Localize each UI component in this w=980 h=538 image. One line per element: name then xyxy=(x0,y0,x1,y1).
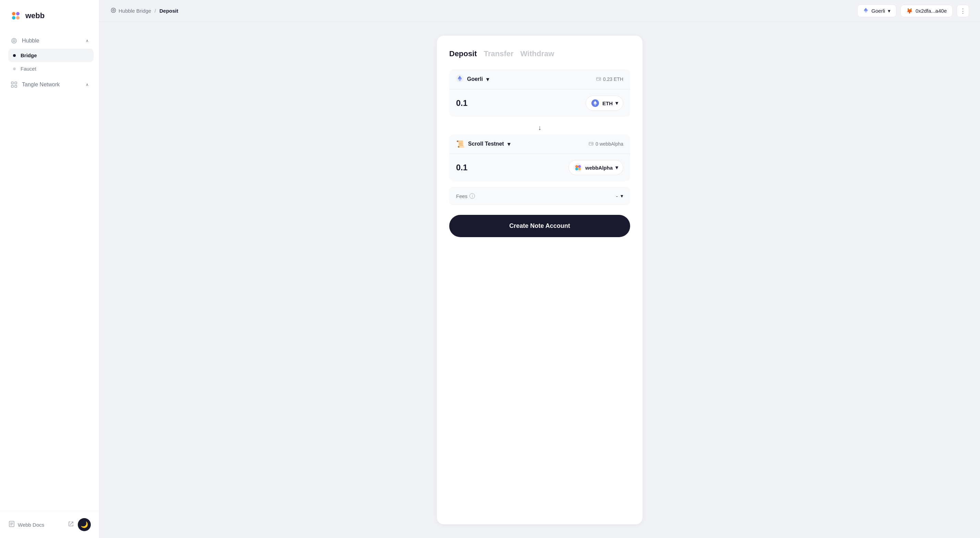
bridge-label: Bridge xyxy=(21,53,37,58)
sidebar-item-hubble[interactable]: Hubble ∧ xyxy=(5,33,94,49)
fees-section: Fees i - ▾ xyxy=(449,187,630,205)
destination-network-selector[interactable]: 📜 Scroll Testnet ▾ xyxy=(456,140,510,148)
more-options-button[interactable]: ⋮ xyxy=(957,5,969,17)
svg-point-25 xyxy=(575,167,578,170)
bridge-dot xyxy=(13,54,16,57)
fees-info-icon[interactable]: i xyxy=(469,193,475,199)
eth-token-icon xyxy=(591,99,600,108)
faucet-label: Faucet xyxy=(21,66,36,72)
wallet-connect-button[interactable]: 🦊 0x2dfa...a40e xyxy=(900,5,953,17)
destination-token-selector[interactable]: webbAlpha ▾ xyxy=(568,160,623,175)
svg-point-1 xyxy=(16,12,19,16)
docs-label: Webb Docs xyxy=(18,522,44,528)
sidebar-item-faucet[interactable]: Faucet xyxy=(8,62,94,75)
svg-point-23 xyxy=(575,165,578,168)
network-select-button[interactable]: Goerli ▾ xyxy=(858,5,896,17)
more-icon: ⋮ xyxy=(960,7,966,15)
source-amount-row: ETH ▾ xyxy=(449,89,630,117)
source-token-label: ETH xyxy=(602,100,612,106)
sidebar: webb Hubble ∧ Bridge xyxy=(0,0,99,538)
destination-network-box: 📜 Scroll Testnet ▾ 0 webbAlpha xyxy=(449,134,630,181)
destination-amount-row: webbAlpha ▾ xyxy=(449,154,630,181)
action-tabs: Deposit Transfer Withdraw xyxy=(449,48,630,60)
create-note-account-button[interactable]: Create Note Account xyxy=(449,215,630,237)
sidebar-footer: Webb Docs 🌙 xyxy=(0,511,99,538)
svg-point-24 xyxy=(578,165,581,168)
sidebar-item-bridge[interactable]: Bridge xyxy=(8,49,94,62)
logo-area: webb xyxy=(0,0,99,30)
down-arrow-icon: ↓ xyxy=(538,124,541,132)
breadcrumb: Hubble Bridge / Deposit xyxy=(110,7,178,14)
fees-chevron: ▾ xyxy=(620,193,623,199)
svg-rect-18 xyxy=(599,79,600,80)
nav-section-hubble: Hubble ∧ Bridge Faucet xyxy=(5,33,94,75)
svg-rect-9 xyxy=(15,85,17,88)
scroll-icon: 📜 xyxy=(456,140,465,148)
destination-network-chevron: ▾ xyxy=(508,141,510,147)
fees-label-area: Fees i xyxy=(456,193,475,199)
svg-rect-7 xyxy=(15,82,17,84)
hubble-chevron: ∧ xyxy=(86,38,89,43)
source-token-selector[interactable]: ETH ▾ xyxy=(585,96,623,111)
bridge-card: Deposit Transfer Withdraw xyxy=(437,36,643,524)
tab-withdraw[interactable]: Withdraw xyxy=(520,48,554,60)
webbalpha-token-icon xyxy=(574,163,582,172)
fees-value-area[interactable]: - ▾ xyxy=(616,193,623,199)
wallet-balance-icon xyxy=(596,76,601,82)
tangle-chevron: ∧ xyxy=(86,82,89,87)
dest-wallet-icon xyxy=(589,141,593,147)
breadcrumb-icon xyxy=(110,7,116,14)
page-content: Deposit Transfer Withdraw xyxy=(99,22,980,538)
svg-point-2 xyxy=(12,16,16,19)
direction-arrow: ↓ xyxy=(449,121,630,134)
svg-point-15 xyxy=(113,10,115,11)
tab-deposit[interactable]: Deposit xyxy=(449,48,477,60)
svg-point-26 xyxy=(578,167,581,170)
metamask-icon: 🦊 xyxy=(906,8,913,14)
sidebar-item-tangle-network[interactable]: Tangle Network ∧ xyxy=(5,77,94,92)
source-network-header: Goerli ▾ 0.23 ETH xyxy=(449,69,630,89)
svg-rect-6 xyxy=(11,82,13,84)
destination-token-chevron: ▾ xyxy=(616,164,618,171)
header: Hubble Bridge / Deposit Goerli ▾ 🦊 0 xyxy=(99,0,980,22)
hubble-icon xyxy=(10,37,18,45)
svg-point-4 xyxy=(12,38,16,43)
external-link-icon[interactable] xyxy=(68,521,74,528)
source-token-chevron: ▾ xyxy=(616,100,618,106)
svg-point-5 xyxy=(13,40,15,42)
header-actions: Goerli ▾ 🦊 0x2dfa...a40e ⋮ xyxy=(858,5,969,17)
hubble-label: Hubble xyxy=(22,38,40,44)
destination-network-header: 📜 Scroll Testnet ▾ 0 webbAlpha xyxy=(449,134,630,154)
destination-network-label: Scroll Testnet xyxy=(468,141,504,147)
breadcrumb-parent: Hubble Bridge xyxy=(119,8,151,14)
docs-icon xyxy=(8,520,15,529)
tab-transfer[interactable]: Transfer xyxy=(484,48,514,60)
fees-text: Fees xyxy=(456,193,468,199)
destination-amount-input[interactable] xyxy=(456,163,525,172)
sidebar-nav: Hubble ∧ Bridge Faucet xyxy=(0,30,99,511)
app-name: webb xyxy=(25,11,45,20)
wallet-address: 0x2dfa...a40e xyxy=(916,8,947,14)
network-label: Goerli xyxy=(871,8,885,14)
breadcrumb-current: Deposit xyxy=(159,8,178,14)
destination-balance: 0 webbAlpha xyxy=(589,141,623,147)
tangle-icon xyxy=(10,81,18,88)
svg-rect-17 xyxy=(597,78,601,81)
source-network-label: Goerli xyxy=(467,76,483,82)
webb-docs-link[interactable]: Webb Docs xyxy=(8,520,63,529)
source-network-selector[interactable]: Goerli ▾ xyxy=(456,75,489,84)
svg-rect-8 xyxy=(11,85,13,88)
destination-balance-value: 0 webbAlpha xyxy=(595,141,623,146)
source-amount-input[interactable] xyxy=(456,98,525,108)
breadcrumb-parent-link[interactable]: Hubble Bridge xyxy=(110,7,151,14)
theme-toggle-button[interactable]: 🌙 xyxy=(78,518,91,531)
nav-section-tangle: Tangle Network ∧ xyxy=(5,77,94,92)
svg-rect-21 xyxy=(592,143,592,144)
source-balance: 0.23 ETH xyxy=(596,76,623,82)
tangle-label: Tangle Network xyxy=(22,81,60,88)
svg-point-3 xyxy=(16,16,19,19)
source-network-chevron: ▾ xyxy=(486,76,489,83)
hubble-sub-items: Bridge Faucet xyxy=(5,49,94,75)
goerli-icon xyxy=(456,75,464,84)
faucet-dot xyxy=(13,67,16,70)
